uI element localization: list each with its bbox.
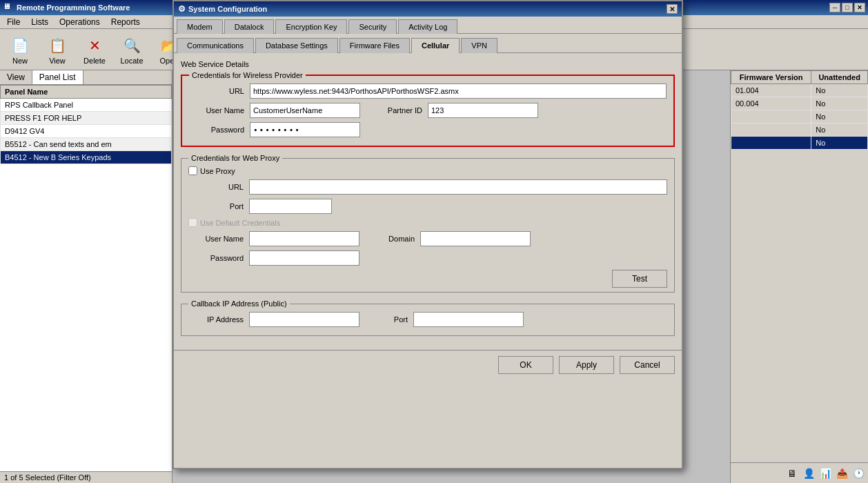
proxy-username-label: User Name bbox=[188, 235, 244, 243]
wireless-credentials-legend: Credentials for Wireless Provider bbox=[189, 71, 306, 79]
window-controls: ─ □ ✕ bbox=[829, 3, 865, 12]
fw-cell bbox=[731, 110, 811, 124]
test-button[interactable]: Test bbox=[612, 270, 667, 288]
domain-input[interactable] bbox=[420, 231, 531, 246]
systray-icon-1[interactable]: 🖥 bbox=[785, 466, 799, 480]
tab-firmware-files[interactable]: Firmware Files bbox=[339, 38, 410, 53]
new-button[interactable]: 📄 New bbox=[3, 33, 37, 66]
ip-address-input[interactable] bbox=[249, 312, 359, 327]
callback-port-label: Port bbox=[380, 315, 408, 324]
dialog-title-text: System Configuration bbox=[188, 5, 667, 13]
left-panel: View Panel List Panel Name RPS Callback … bbox=[0, 70, 172, 483]
table-row[interactable]: 00.004 No bbox=[731, 97, 868, 110]
tab-cellular[interactable]: Cellular bbox=[411, 38, 460, 53]
partner-id-label: Partner ID bbox=[374, 106, 422, 115]
view-label: View bbox=[49, 57, 66, 65]
table-row[interactable]: B5512 - Can send texts and em bbox=[1, 138, 172, 151]
use-proxy-checkbox[interactable] bbox=[188, 166, 197, 175]
menu-lists[interactable]: Lists bbox=[26, 16, 54, 28]
tab-datalock[interactable]: Datalock bbox=[224, 19, 275, 34]
table-row[interactable]: RPS Callback Panel bbox=[1, 99, 172, 112]
fw-cell: 00.004 bbox=[731, 97, 811, 110]
view-tabs: View Panel List bbox=[0, 70, 172, 85]
locate-button[interactable]: 🔍 Locate bbox=[115, 33, 149, 66]
proxy-url-row: URL bbox=[188, 179, 667, 195]
username-input[interactable] bbox=[250, 103, 360, 118]
extra-columns: Firmware Version Unattended 01.004 No 00… bbox=[730, 70, 868, 483]
callback-ip-fieldset: Callback IP Address (Public) IP Address … bbox=[181, 299, 675, 336]
tab-database-settings[interactable]: Database Settings bbox=[255, 38, 338, 53]
systray-icon-2[interactable]: 👤 bbox=[802, 466, 816, 480]
table-row[interactable]: No bbox=[731, 124, 868, 137]
dialog-content: Web Service Details Credentials for Wire… bbox=[174, 53, 682, 350]
menu-reports[interactable]: Reports bbox=[106, 16, 146, 28]
close-app-button[interactable]: ✕ bbox=[854, 3, 865, 12]
ip-address-label: IP Address bbox=[188, 315, 244, 324]
proxy-port-input[interactable] bbox=[249, 199, 332, 214]
delete-button[interactable]: ✕ Delete bbox=[77, 33, 112, 66]
system-tray: 🖥 👤 📊 📤 🕐 bbox=[730, 462, 868, 483]
proxy-password-row: Password bbox=[188, 250, 667, 266]
menu-file[interactable]: File bbox=[1, 16, 26, 28]
minimize-button[interactable]: ─ bbox=[829, 3, 840, 12]
callback-ip-row: IP Address Port bbox=[188, 312, 667, 327]
table-row[interactable]: PRESS F1 FOR HELP bbox=[1, 112, 172, 125]
proxy-port-row: Port bbox=[188, 199, 667, 214]
proxy-port-label: Port bbox=[188, 202, 244, 210]
app-window: 🖥 Remote Programming Software ─ □ ✕ File… bbox=[0, 0, 868, 483]
tab-panel-list[interactable]: Panel List bbox=[32, 70, 83, 84]
systray-icon-3[interactable]: 📊 bbox=[818, 466, 832, 480]
delete-label: Delete bbox=[83, 57, 106, 65]
url-input[interactable] bbox=[250, 83, 667, 99]
proxy-username-input[interactable] bbox=[249, 231, 359, 246]
callback-port-input[interactable] bbox=[413, 312, 524, 327]
tab-encryption-key[interactable]: Encryption Key bbox=[275, 19, 347, 34]
system-config-dialog: ⚙ System Configuration ✕ Modem Datalock … bbox=[172, 0, 683, 469]
proxy-url-input[interactable] bbox=[249, 179, 667, 195]
tab-modem[interactable]: Modem bbox=[177, 19, 223, 34]
menu-operations[interactable]: Operations bbox=[54, 16, 106, 28]
dialog-close-button[interactable]: ✕ bbox=[667, 4, 678, 14]
use-default-label: Use Default Credentials bbox=[200, 219, 280, 227]
tab-activity-log[interactable]: Activity Log bbox=[398, 19, 457, 34]
password-row: Password bbox=[189, 122, 667, 137]
callback-ip-legend: Callback IP Address (Public) bbox=[188, 299, 290, 308]
partner-id-input[interactable] bbox=[428, 103, 538, 118]
unattended-header: Unattended bbox=[811, 71, 868, 84]
panel-name-cell: RPS Callback Panel bbox=[1, 99, 172, 112]
password-input[interactable] bbox=[250, 122, 360, 137]
panel-name-cell: D9412 GV4 bbox=[1, 125, 172, 138]
table-row[interactable]: 01.004 No bbox=[731, 84, 868, 97]
password-label: Password bbox=[189, 126, 244, 134]
tab-communications[interactable]: Communications bbox=[177, 38, 254, 53]
web-proxy-fieldset: Credentials for Web Proxy Use Proxy URL … bbox=[181, 154, 675, 293]
web-service-label: Web Service Details bbox=[181, 60, 675, 68]
cancel-button[interactable]: Cancel bbox=[620, 356, 675, 374]
wireless-credentials-fieldset: Credentials for Wireless Provider URL Us… bbox=[181, 71, 675, 147]
table-row[interactable]: No bbox=[731, 137, 868, 150]
proxy-password-label: Password bbox=[188, 254, 244, 262]
app-icon: 🖥 bbox=[3, 2, 14, 13]
fw-cell: 01.004 bbox=[731, 84, 811, 97]
tab-view[interactable]: View bbox=[0, 70, 32, 84]
proxy-password-input[interactable] bbox=[249, 250, 359, 266]
table-row[interactable]: B4512 - New B Series Keypads bbox=[1, 151, 172, 164]
view-icon: 📋 bbox=[46, 34, 68, 57]
domain-label: Domain bbox=[373, 235, 415, 243]
table-row[interactable]: D9412 GV4 bbox=[1, 125, 172, 138]
ok-button[interactable]: OK bbox=[498, 356, 553, 374]
table-row[interactable]: No bbox=[731, 110, 868, 124]
apply-button[interactable]: Apply bbox=[559, 356, 614, 374]
panel-name-header: Panel Name bbox=[1, 86, 172, 99]
systray-icon-4[interactable]: 📤 bbox=[835, 466, 849, 480]
use-default-checkbox[interactable] bbox=[188, 218, 197, 227]
fw-cell bbox=[731, 137, 811, 150]
view-button[interactable]: 📋 View bbox=[40, 33, 75, 66]
tab-vpn[interactable]: VPN bbox=[461, 38, 497, 53]
systray-icon-5[interactable]: 🕐 bbox=[851, 466, 865, 480]
dialog-icon: ⚙ bbox=[178, 4, 186, 14]
use-default-group: Use Default Credentials bbox=[188, 218, 667, 227]
web-proxy-legend: Credentials for Web Proxy bbox=[188, 154, 282, 162]
tab-security[interactable]: Security bbox=[348, 19, 397, 34]
maximize-button[interactable]: □ bbox=[842, 3, 853, 12]
